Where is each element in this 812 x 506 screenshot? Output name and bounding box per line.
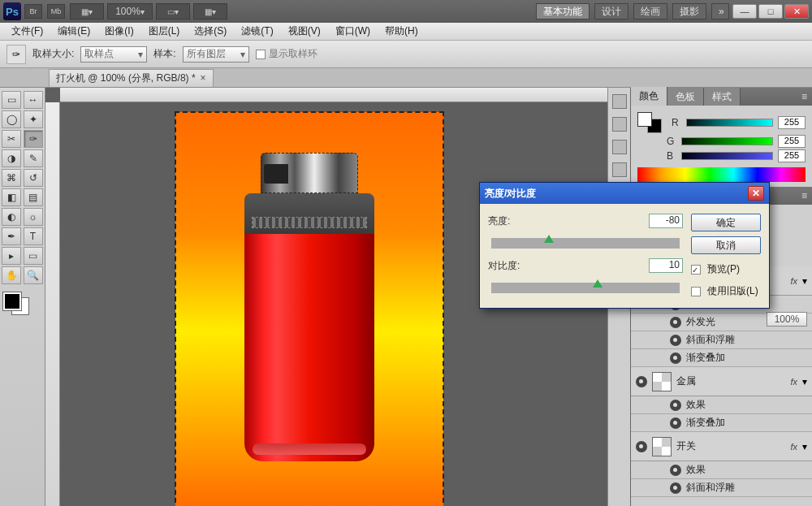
visibility-icon[interactable] [670,335,681,346]
brush-tool[interactable]: ✎ [24,149,43,167]
dialog-titlebar[interactable]: 亮度/对比度 ✕ [480,183,769,204]
visibility-icon[interactable] [636,441,647,452]
layer-thumbnail[interactable] [652,437,672,456]
color-panel: R 255 G 255 B 255 [631,106,812,187]
heal-tool[interactable]: ◑ [2,149,21,167]
stamp-tool[interactable]: ⌘ [2,169,21,187]
workspace-more[interactable]: » [711,3,729,19]
pen-tool[interactable]: ✒ [2,227,21,245]
ok-button[interactable]: 确定 [691,214,761,231]
visibility-icon[interactable] [670,465,681,476]
sample-layers-dropdown[interactable]: 所有图层▾ [183,46,249,63]
menu-window[interactable]: 窗口(W) [329,23,377,40]
menu-image[interactable]: 图像(I) [98,23,140,40]
collapsed-panel-icon[interactable] [612,140,627,154]
workspace-design[interactable]: 设计 [594,3,628,19]
tab-swatches[interactable]: 色板 [667,88,704,106]
window-maximize-button[interactable]: □ [758,4,783,19]
fx-badge[interactable]: fx [790,276,797,286]
dodge-tool[interactable]: ☼ [24,208,43,226]
contrast-input[interactable]: 10 [649,258,683,273]
menu-help[interactable]: 帮助(H) [378,23,425,40]
window-close-button[interactable]: ✕ [784,4,809,19]
visibility-icon[interactable] [670,400,681,411]
tab-styles[interactable]: 样式 [704,88,741,106]
layer-row[interactable]: 金属 fx▾ [631,367,812,396]
eyedropper-tool-icon[interactable]: ✑ [6,45,26,64]
layer-row[interactable]: 开关 fx▾ [631,432,812,461]
workspace-photography[interactable]: 摄影 [672,3,706,19]
path-select-tool[interactable]: ▸ [2,247,21,265]
menu-edit[interactable]: 编辑(E) [51,23,97,40]
color-swatch[interactable] [2,291,31,317]
sample-label: 样本: [153,47,175,61]
dialog-close-button[interactable]: ✕ [748,186,764,201]
visibility-icon[interactable] [670,317,681,328]
visibility-icon[interactable] [670,417,681,429]
menu-select[interactable]: 选择(S) [188,23,233,40]
type-tool[interactable]: T [24,227,43,245]
cancel-button[interactable]: 取消 [691,236,761,254]
visibility-icon[interactable] [636,376,647,387]
eraser-tool[interactable]: ◧ [2,188,21,206]
screen-mode-dropdown[interactable]: ▭▾ [156,3,190,19]
eyedropper-tool[interactable]: ✑ [24,130,43,148]
collapsed-panel-icon[interactable] [612,94,627,109]
color-panel-tabs: 颜色 色板 样式 ≡ [631,88,812,106]
view-arrange-dropdown[interactable]: ▦▾ [70,3,104,19]
lasso-tool[interactable]: ◯ [2,110,21,128]
visibility-icon[interactable] [670,352,681,364]
close-tab-icon[interactable]: × [201,72,206,84]
opacity-value[interactable]: 100% [767,312,807,327]
brightness-input[interactable]: -80 [649,214,683,228]
preview-checkbox[interactable]: 预览(P) [691,262,761,276]
move-tool[interactable]: ↔ [24,91,43,109]
menu-layer[interactable]: 图层(L) [142,23,187,40]
foreground-color[interactable] [3,292,21,310]
marquee-tool[interactable]: ▭ [2,91,21,109]
app-titlebar: Ps Br Mb ▦▾ 100% ▾ ▭▾ ▦▾ 基本功能 设计 绘画 摄影 »… [0,0,812,23]
document-tab[interactable]: 打火机 @ 100% (分界, RGB/8) * × [49,69,214,87]
sample-size-dropdown[interactable]: 取样点▾ [80,46,147,63]
collapsed-panel-icon[interactable] [612,162,627,177]
panel-menu-icon[interactable]: ≡ [797,91,812,102]
history-brush-tool[interactable]: ↺ [24,169,43,187]
workspace-painting[interactable]: 绘画 [633,3,667,19]
contrast-slider[interactable] [491,283,680,293]
g-slider[interactable] [681,137,773,145]
color-panel-swatch[interactable] [637,112,662,133]
b-slider[interactable] [681,152,773,160]
wand-tool[interactable]: ✦ [24,110,43,128]
extra-dropdown[interactable]: ▦▾ [193,3,227,19]
menu-bar: 文件(F) 编辑(E) 图像(I) 图层(L) 选择(S) 滤镜(T) 视图(V… [0,23,812,41]
menu-file[interactable]: 文件(F) [5,23,50,40]
panel-menu-icon[interactable]: ≡ [797,190,812,201]
menu-filter[interactable]: 滤镜(T) [235,23,279,40]
r-slider[interactable] [686,119,773,127]
r-value[interactable]: 255 [778,116,806,129]
hand-tool[interactable]: ✋ [2,266,21,284]
b-value[interactable]: 255 [778,149,806,162]
gradient-tool[interactable]: ▤ [24,188,43,206]
show-sampling-ring[interactable]: 显示取样环 [256,47,317,61]
g-value[interactable]: 255 [778,135,806,148]
brightness-slider[interactable] [491,238,680,249]
shape-tool[interactable]: ▭ [24,247,43,265]
visibility-icon[interactable] [670,482,681,494]
fx-badge[interactable]: fx [790,377,797,387]
bridge-button[interactable]: Br [24,4,42,19]
blur-tool[interactable]: ◐ [2,208,21,226]
spectrum-ramp[interactable] [637,167,806,182]
tab-color[interactable]: 颜色 [631,87,667,106]
fx-badge[interactable]: fx [790,442,797,452]
layer-thumbnail[interactable] [652,372,672,391]
legacy-checkbox[interactable]: 使用旧版(L) [691,284,761,298]
zoom-dropdown[interactable]: 100% ▾ [107,3,153,19]
minibridge-button[interactable]: Mb [47,4,65,19]
crop-tool[interactable]: ✂ [2,130,21,148]
workspace-essentials[interactable]: 基本功能 [536,3,590,19]
menu-view[interactable]: 视图(V) [282,23,327,40]
zoom-tool[interactable]: 🔍 [24,266,43,284]
collapsed-panel-icon[interactable] [612,117,627,132]
window-minimize-button[interactable]: — [732,4,757,19]
